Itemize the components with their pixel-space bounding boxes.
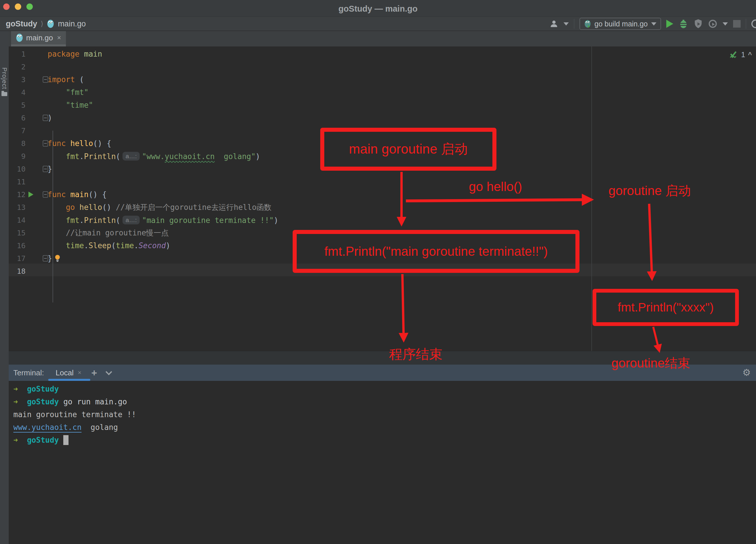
fold-start-icon[interactable]: − <box>43 140 48 147</box>
fold-end-icon[interactable]: − <box>43 166 48 172</box>
gutter-icons <box>26 201 48 214</box>
annotation-box-println-terminate: fmt.Println("main goroutine terminate!!"… <box>293 230 579 273</box>
folder-icon <box>1 92 7 96</box>
new-terminal-session-button[interactable]: + <box>91 367 97 379</box>
code-token: } <box>48 254 52 263</box>
terminal-output[interactable]: ➜ goStudy➜ goStudy go run main.gomain go… <box>9 381 756 446</box>
gutter-icons: − <box>26 73 48 86</box>
inspections-widget[interactable]: 1 ^ <box>728 50 752 59</box>
line-number: 7 <box>9 127 26 135</box>
navigation-bar: goStudy ⟩ main.go go build main.go <box>0 17 756 31</box>
gopher-icon <box>16 33 23 42</box>
code-token: main <box>84 50 102 58</box>
fold-end-icon[interactable]: − <box>43 255 48 262</box>
line-number: 2 <box>9 63 26 71</box>
code-token: golang" <box>215 152 255 161</box>
code-line[interactable]: 2 <box>9 60 756 73</box>
code-token <box>48 216 66 225</box>
run-configuration-select[interactable]: go build main.go <box>579 18 661 30</box>
tab-main-go[interactable]: main.go × <box>11 31 66 46</box>
code-token <box>66 190 71 199</box>
user-icon[interactable] <box>550 19 558 28</box>
user-dropdown-icon[interactable] <box>564 22 569 26</box>
code-line[interactable]: 1package main <box>9 48 756 60</box>
run-configuration-label: go build main.go <box>595 20 648 28</box>
fold-end-icon[interactable]: − <box>43 115 48 121</box>
code-token: goStudy <box>27 397 59 406</box>
code-token <box>111 203 116 212</box>
code-text: ) <box>48 114 756 122</box>
gutter-icons: − <box>26 111 48 124</box>
terminal-dropdown-icon[interactable] <box>106 369 112 375</box>
code-token <box>80 50 84 58</box>
tool-window-stripe: Project <box>0 31 9 544</box>
gutter-icons <box>26 150 48 163</box>
search-everywhere-icon[interactable] <box>751 19 756 28</box>
line-number: 8 <box>9 139 26 148</box>
code-line[interactable]: 3−import ( <box>9 73 756 86</box>
code-token: yuchaoit.cn <box>165 152 215 161</box>
breadcrumb-file[interactable]: main.go <box>58 19 86 28</box>
run-main-icon[interactable] <box>28 192 33 197</box>
code-token: ➜ <box>13 397 18 406</box>
fold-start-icon[interactable]: − <box>43 76 48 83</box>
code-line[interactable]: 6−) <box>9 111 756 124</box>
code-token: golang <box>82 423 118 432</box>
gutter-icons: − <box>26 137 48 150</box>
breadcrumb-chevron-icon: ⟩ <box>41 20 43 28</box>
line-number: 18 <box>9 267 26 275</box>
profiler-dropdown-icon[interactable] <box>723 22 728 26</box>
line-number: 10 <box>9 165 26 173</box>
code-token: time <box>66 241 84 250</box>
line-number: 4 <box>9 88 26 97</box>
annotation-label-goroutine-end: goroutine结束 <box>611 355 690 372</box>
line-number: 5 <box>9 101 26 109</box>
terminal-tab-local[interactable]: Local × <box>55 365 81 381</box>
line-number: 17 <box>9 254 26 263</box>
line-number: 13 <box>9 203 26 212</box>
code-token: ( <box>111 241 116 250</box>
gutter-icons <box>26 214 48 226</box>
terminal-panel-label: Terminal: <box>13 368 44 377</box>
terminal-tab-close-icon[interactable]: × <box>78 369 82 377</box>
code-token: . <box>80 216 84 225</box>
code-text: package main <box>48 50 756 58</box>
run-button[interactable] <box>666 20 673 28</box>
code-token <box>59 436 64 444</box>
title-bar: goStudy — main.go <box>0 0 756 17</box>
gutter-icons <box>26 239 48 252</box>
terminal-link[interactable]: www.yuchaoit.cn <box>13 423 82 432</box>
intention-bulb-icon[interactable] <box>55 255 60 262</box>
parameter-hint: a…: <box>123 216 140 224</box>
code-token: ) <box>48 114 52 122</box>
fold-start-icon[interactable]: − <box>43 191 48 198</box>
code-token <box>48 203 66 212</box>
code-token: import <box>48 75 75 84</box>
gutter-icons <box>26 265 48 278</box>
code-line[interactable]: 13 go hello() //单独开启一个goroutine去运行hello函… <box>9 201 756 214</box>
run-with-coverage-icon[interactable] <box>694 19 703 29</box>
line-number: 1 <box>9 50 26 58</box>
terminal-settings-gear-icon[interactable]: ⚙ <box>742 367 751 378</box>
code-token: "www. <box>142 152 165 161</box>
line-number: 14 <box>9 216 26 224</box>
line-number: 11 <box>9 178 26 186</box>
stop-button[interactable] <box>733 20 741 28</box>
debug-icon[interactable] <box>678 19 688 28</box>
code-line[interactable]: 14 fmt.Println(a…:"main goroutine termin… <box>9 214 756 226</box>
breadcrumb-project[interactable]: goStudy <box>6 19 37 28</box>
gutter-icons: − <box>26 252 48 265</box>
code-line[interactable]: 4 "fmt" <box>9 86 756 99</box>
line-number: 15 <box>9 229 26 237</box>
code-text: "fmt" <box>48 88 756 97</box>
line-number: 16 <box>9 242 26 250</box>
tab-close-icon[interactable]: × <box>57 34 61 42</box>
ide-window: goStudy — main.go goStudy ⟩ main.go go b… <box>0 0 756 544</box>
profiler-icon[interactable] <box>708 19 717 28</box>
code-line[interactable]: 5 "time" <box>9 99 756 111</box>
gopher-icon <box>584 20 591 28</box>
project-tool-button[interactable]: Project <box>1 67 8 89</box>
code-token: //让main goroutine慢一点 <box>66 228 169 237</box>
gutter-icons: − <box>26 163 48 175</box>
code-text: go hello() //单独开启一个goroutine去运行hello函数 <box>48 202 756 212</box>
